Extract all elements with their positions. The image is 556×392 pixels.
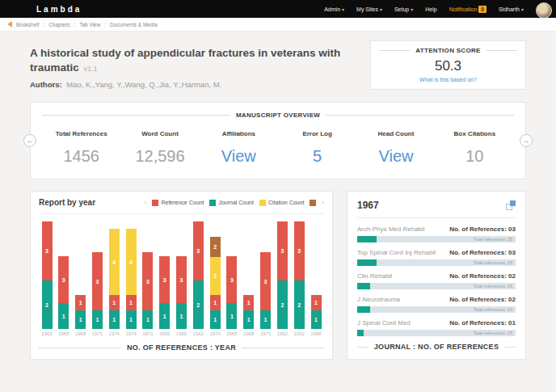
breadcrumb-separator: :: [103, 22, 107, 27]
total-references-label: Total references: 25 [474, 259, 512, 266]
metric-label: Total References [42, 130, 120, 137]
stacked-bar: 411 [109, 229, 120, 329]
chevron-down-icon: ▾ [521, 6, 524, 12]
stacked-bar: 31 [176, 256, 187, 329]
bar-chart: 32311131411411313131322211311131323211 1… [39, 213, 324, 336]
breadcrumb-separator: :: [74, 22, 77, 27]
breadcrumb-item-tab-view[interactable]: Tab View [79, 22, 100, 27]
bar-segment: 1 [92, 310, 103, 329]
duplicate-window-icon[interactable] [506, 200, 516, 210]
stacked-bar: 31 [92, 252, 103, 329]
back-icon[interactable] [7, 21, 12, 27]
bar-segment: 3 [42, 221, 53, 280]
legend-item-citation-count[interactable]: Citation Count [259, 200, 304, 206]
metric-value[interactable]: 5 [278, 147, 356, 166]
bar-segment: 1 [243, 310, 254, 329]
title-block: A historical study of appendicular fract… [30, 40, 363, 89]
bar-1968-13[interactable]: 11 [242, 216, 256, 329]
metric-value[interactable]: View [356, 147, 435, 166]
x-axis-label: 1974 [107, 331, 121, 336]
nav-item-label: Setup [394, 6, 409, 12]
bar-1962-16[interactable]: 32 [292, 216, 306, 329]
divider-line [504, 347, 516, 348]
metric-label: Head Count [356, 130, 435, 137]
legend-item-reference-count[interactable]: Reference Count [152, 200, 204, 206]
attention-info-link[interactable]: What is this based on? [379, 77, 517, 82]
stacked-bar: 31 [142, 252, 153, 329]
nav-item-label: Sidharth [499, 6, 520, 12]
bar-segment: 1 [159, 303, 170, 329]
legend-item-journal-count[interactable]: Journal Count [209, 200, 254, 206]
bar-1974-6[interactable]: 411 [124, 216, 138, 329]
nav-item-label: Help [425, 6, 436, 12]
x-axis-label: 1974 [208, 331, 222, 336]
breadcrumb-item-documents-media[interactable]: Documents & Media [110, 22, 158, 27]
nav-item-setup[interactable]: Setup▾ [394, 6, 413, 12]
overview-prev-arrow-icon[interactable]: ← [23, 134, 36, 147]
attention-score-value: 50.3 [379, 58, 517, 74]
bar-segment: 1 [311, 295, 322, 310]
metric-box-citations: Box Citations10 [436, 130, 514, 166]
breadcrumb-item-bookshelf[interactable]: Bookshelf [16, 22, 40, 27]
bar-segment: 1 [109, 295, 120, 310]
bar-1965-12[interactable]: 31 [225, 216, 239, 329]
legend-prev-icon[interactable]: ‹ [145, 199, 147, 206]
reference-progress-fill [357, 283, 370, 289]
breadcrumb-item-chapters[interactable]: Chapters [48, 22, 70, 27]
bar-segment: 3 [58, 256, 69, 303]
bar-1965-8[interactable]: 31 [158, 216, 172, 329]
bar-segment: 1 [142, 310, 153, 329]
nav-item-my-sites[interactable]: My Sites▾ [356, 6, 382, 12]
bar-1971-4[interactable]: 31 [90, 216, 104, 329]
bar-1962-10[interactable]: 32 [191, 216, 205, 329]
metric-value[interactable]: View [200, 147, 278, 166]
manuscript-overview-card: MANUSCRIPT OVERVIEW Total References1456… [30, 102, 526, 179]
journal-row: J NeurotraumaNo. of References: 02Total … [357, 296, 516, 313]
overview-next-arrow-icon[interactable]: → [520, 134, 533, 147]
journal-caption-label: JOURNAL : NO. OF REFERENCES [374, 343, 499, 351]
bar-segment: 1 [75, 295, 86, 310]
bar-1968-17[interactable]: 11 [309, 216, 323, 329]
bar-1974-11[interactable]: 2211 [208, 216, 222, 329]
legend-next-icon[interactable]: › [322, 199, 324, 206]
chart-caption-label: NO. OF REFERENCES : YEAR [127, 344, 236, 352]
authors-line: Authors: Mao, K.,Yang, Y.,Wang, Q.,Jia, … [30, 80, 363, 89]
stacked-bar: 11 [311, 295, 322, 329]
nav-item-admin[interactable]: Admin▾ [324, 6, 344, 12]
journal-name: Top Spinal Cord Inj Rehabil [357, 249, 436, 256]
stacked-bar: 11 [243, 295, 254, 329]
bar-1962-1[interactable]: 32 [40, 216, 54, 329]
legend-swatch [259, 200, 266, 206]
manuscript-title: A historical study of appendicular fract… [30, 47, 340, 74]
nav-item-label: Notification [449, 6, 478, 12]
x-axis-label: 1962 [40, 331, 54, 336]
bar-1968-3[interactable]: 11 [74, 216, 88, 329]
journal-row-top: J Spinal Cord MedNo. of References: 01 [357, 319, 516, 327]
journal-name: J Neurotrauma [357, 296, 400, 303]
nav-item-label: My Sites [356, 6, 378, 12]
nav-item-notification[interactable]: Notification0 [449, 6, 486, 13]
main-content: A historical study of appendicular fract… [0, 32, 556, 360]
stacked-bar: 32 [193, 221, 204, 329]
bar-1962-15[interactable]: 32 [275, 216, 289, 329]
journal-ref-count: No. of References: 01 [449, 319, 516, 327]
stacked-bar: 32 [277, 221, 288, 329]
reference-progress-track: Total references: 25 [357, 330, 516, 336]
bar-1965-2[interactable]: 31 [57, 216, 71, 329]
metric-affiliations: AffiliationsView [200, 130, 278, 166]
nav-item-help[interactable]: Help [425, 6, 436, 12]
legend-item-truncated[interactable] [310, 200, 316, 206]
journal-ref-count: No. of References: 02 [449, 272, 516, 280]
bar-1965-9[interactable]: 31 [175, 216, 189, 329]
bar-1971-7[interactable]: 31 [141, 216, 155, 329]
journal-name: Clin Rehabil [357, 272, 392, 280]
total-references-label: Total references: 25 [474, 306, 512, 313]
bar-1971-14[interactable]: 31 [259, 216, 273, 329]
user-avatar[interactable] [536, 2, 552, 19]
nav-item-sidharth[interactable]: Sidharth▾ [499, 6, 524, 12]
bar-segment: 1 [226, 303, 237, 329]
attention-heading: ATTENTION SCORE [379, 47, 517, 54]
bar-segment: 2 [277, 280, 288, 329]
duplicate-icon-fill [510, 200, 516, 206]
bar-1974-5[interactable]: 411 [107, 216, 121, 329]
